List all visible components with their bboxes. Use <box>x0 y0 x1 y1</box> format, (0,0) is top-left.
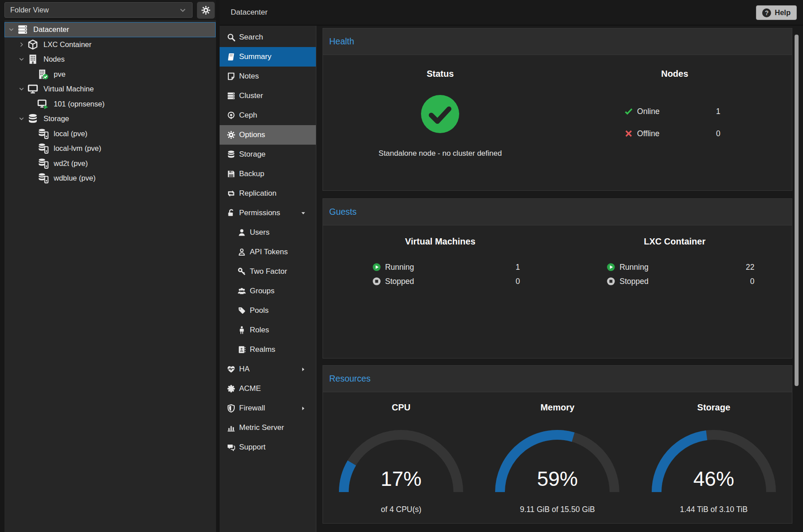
server-icon <box>226 91 236 101</box>
tree-item-label: Nodes <box>43 55 65 63</box>
guest-column-title: LXC Container <box>558 236 792 247</box>
status-label: Stopped <box>385 277 414 286</box>
help-button[interactable]: ? Help <box>756 5 797 20</box>
tree-item-101-opnsense[interactable]: 101 (opnsense) <box>4 97 216 112</box>
status-value: 1 <box>716 107 720 116</box>
database-icon <box>27 113 39 124</box>
view-mode-select[interactable]: Folder View <box>4 2 193 18</box>
question-circle-icon: ? <box>762 8 771 17</box>
nav-item-cluster[interactable]: Cluster <box>220 86 316 106</box>
nav-item-label: Options <box>239 130 265 139</box>
nav-item-metric-server[interactable]: Metric Server <box>220 418 316 437</box>
nav-item-summary[interactable]: Summary <box>220 47 316 67</box>
nav-item-acme[interactable]: ACME <box>220 379 316 398</box>
nav-item-label: Roles <box>250 326 269 335</box>
nav-item-label: Ceph <box>239 111 257 120</box>
tree-item-storage[interactable]: Storage <box>4 111 216 126</box>
expander-spacer <box>27 130 37 137</box>
cube-icon <box>27 39 39 50</box>
tree-item-datacenter[interactable]: Datacenter <box>4 22 216 37</box>
gauge-subtext: of 4 CPU(s) <box>323 505 479 514</box>
tree-item-label: LXC Container <box>43 40 91 49</box>
nav-item-permissions[interactable]: Permissions <box>220 203 316 223</box>
key-icon <box>236 267 247 276</box>
chevron-right-icon[interactable] <box>16 41 27 48</box>
nav-item-pools[interactable]: Pools <box>220 301 316 320</box>
nav-item-api-tokens[interactable]: API Tokens <box>220 242 316 262</box>
database-drive-icon <box>37 128 49 139</box>
cross-icon <box>624 129 633 138</box>
tree-item-wd2t-pve[interactable]: wd2t (pve) <box>4 156 216 171</box>
tree-item-local-pve[interactable]: local (pve) <box>4 126 216 142</box>
resource-tree-sidebar: Folder View DatacenterLXC ContainerNodes… <box>0 0 216 532</box>
nav-item-two-factor[interactable]: Two Factor <box>220 262 316 281</box>
nav-item-options[interactable]: Options <box>220 125 316 145</box>
monitor-play-icon <box>37 99 49 110</box>
database-drive-icon <box>37 173 49 184</box>
status-label: Stopped <box>619 277 648 286</box>
nav-item-label: Replication <box>239 189 276 198</box>
nav-item-backup[interactable]: Backup <box>220 164 316 184</box>
sidebar-toolbar: Folder View <box>0 0 216 20</box>
chevron-down-icon[interactable] <box>16 86 27 93</box>
tree-item-lxc-container[interactable]: LXC Container <box>4 37 216 52</box>
tree-item-label: local-lvm (pve) <box>54 144 101 153</box>
resource-column-cpu: CPU17%of 4 CPU(s) <box>323 392 479 514</box>
nav-item-storage[interactable]: Storage <box>220 145 316 164</box>
resource-title: Storage <box>636 402 792 413</box>
status-label: Running <box>619 263 648 272</box>
status-row-stopped: Stopped0 <box>372 274 520 288</box>
nav-item-label: HA <box>239 365 250 374</box>
nav-item-label: Firewall <box>239 404 265 413</box>
chevron-down-icon[interactable] <box>6 26 16 33</box>
unlock-icon <box>226 209 236 218</box>
gear-icon <box>201 5 211 15</box>
nodes-status-column: Nodes Online1Offline0 <box>558 55 792 158</box>
nav-item-notes[interactable]: Notes <box>220 67 316 86</box>
nav-item-label: Two Factor <box>250 267 287 276</box>
submenu-arrow-icon <box>300 406 306 411</box>
expander-spacer <box>27 100 37 107</box>
tree-item-virtual-machine[interactable]: Virtual Machine <box>4 82 216 97</box>
address-book-icon <box>236 345 247 355</box>
nav-item-replication[interactable]: Replication <box>220 184 316 203</box>
nav-item-search[interactable]: Search <box>220 28 316 47</box>
status-row-running: Running1 <box>372 260 520 274</box>
nav-item-label: Support <box>239 443 266 452</box>
resources-panel: Resources CPU17%of 4 CPU(s)Memory59%9.11… <box>323 365 792 524</box>
nav-item-ceph[interactable]: Ceph <box>220 106 316 125</box>
tree-item-local-lvm-pve[interactable]: local-lvm (pve) <box>4 141 216 156</box>
nav-item-users[interactable]: Users <box>220 223 316 242</box>
chevron-down-icon[interactable] <box>16 56 27 63</box>
vertical-scrollbar-thumb[interactable] <box>795 35 799 386</box>
nav-item-roles[interactable]: Roles <box>220 320 316 340</box>
nav-item-ha[interactable]: HA <box>220 359 316 379</box>
tree-item-pve[interactable]: pve <box>4 67 216 82</box>
lxc-container-column: LXC ContainerRunning22Stopped0 <box>558 225 792 288</box>
play-icon <box>606 263 615 272</box>
status-value: 0 <box>750 277 755 286</box>
nav-item-label: API Tokens <box>250 248 288 256</box>
tree-item-label: Storage <box>43 114 69 123</box>
nav-item-realms[interactable]: Realms <box>220 340 316 359</box>
nav-item-support[interactable]: Support <box>220 437 316 457</box>
nav-item-label: ACME <box>239 384 261 393</box>
database-icon <box>226 150 236 159</box>
status-label: Offline <box>637 129 659 138</box>
nav-item-firewall[interactable]: Firewall <box>220 398 316 418</box>
tree-item-nodes[interactable]: Nodes <box>4 52 216 67</box>
nav-item-label: Backup <box>239 169 264 178</box>
note-icon <box>226 72 236 81</box>
shield-icon <box>226 404 236 413</box>
tree-item-wdblue-pve[interactable]: wdblue (pve) <box>4 171 216 186</box>
guests-panel: Guests Virtual MachinesRunning1Stopped0L… <box>323 198 792 359</box>
resource-column-storage: Storage46%1.44 TiB of 3.10 TiB <box>636 392 792 514</box>
user-outline-icon <box>236 248 247 257</box>
chevron-down-icon[interactable] <box>16 115 27 122</box>
nav-item-groups[interactable]: Groups <box>220 281 316 301</box>
status-value: 22 <box>746 263 754 272</box>
heartbeat-icon <box>226 365 236 374</box>
status-label: Running <box>385 263 414 272</box>
status-title: Status <box>323 68 558 79</box>
tree-settings-button[interactable] <box>197 2 215 19</box>
